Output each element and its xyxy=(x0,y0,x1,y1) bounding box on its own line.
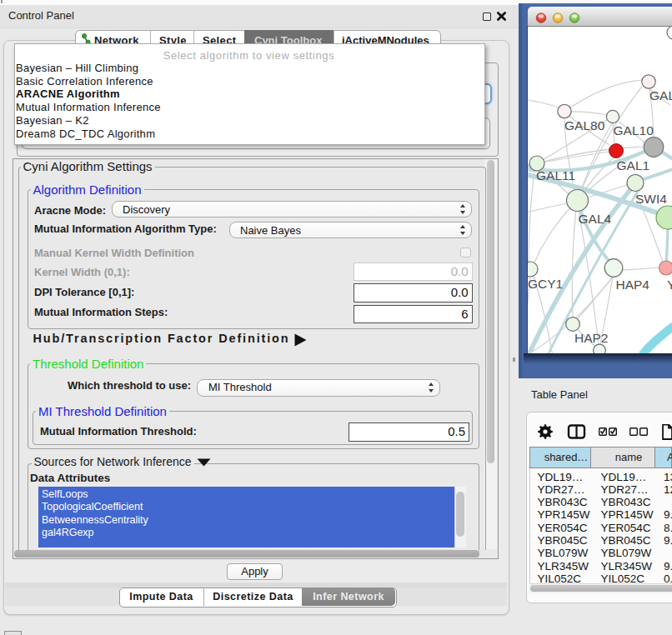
svg-text:YM: YM xyxy=(667,278,672,292)
svg-text:GAL80: GAL80 xyxy=(564,118,605,132)
svg-text:GAL11: GAL11 xyxy=(536,168,575,182)
svg-text:GAL4: GAL4 xyxy=(579,212,612,226)
svg-text:HAP2: HAP2 xyxy=(574,331,609,345)
svg-text:GAL10: GAL10 xyxy=(614,123,654,138)
svg-text:HAP4: HAP4 xyxy=(616,278,650,292)
svg-text:SWI4: SWI4 xyxy=(635,192,667,206)
svg-text:GAL7: GAL7 xyxy=(649,88,672,102)
svg-text:GCY1: GCY1 xyxy=(528,277,563,291)
svg-text:GAL1: GAL1 xyxy=(617,158,650,172)
